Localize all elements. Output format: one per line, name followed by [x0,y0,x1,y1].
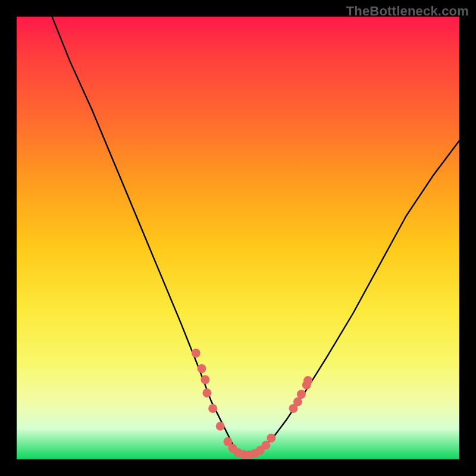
watermark-label: TheBottleneck.com [346,4,469,19]
curve-marker [297,390,306,399]
curve-marker [216,422,225,431]
chart-svg [17,17,459,459]
chart-frame [17,17,459,459]
curve-line [52,17,460,455]
curve-marker [198,364,206,373]
curve-marker [303,376,312,385]
curve-marker [267,434,275,443]
curve-marker [208,404,217,413]
curve-marker [192,349,201,358]
curve-marker [261,441,270,450]
curve-markers [192,349,312,459]
curve-marker [202,389,211,397]
curve-marker [201,375,209,384]
